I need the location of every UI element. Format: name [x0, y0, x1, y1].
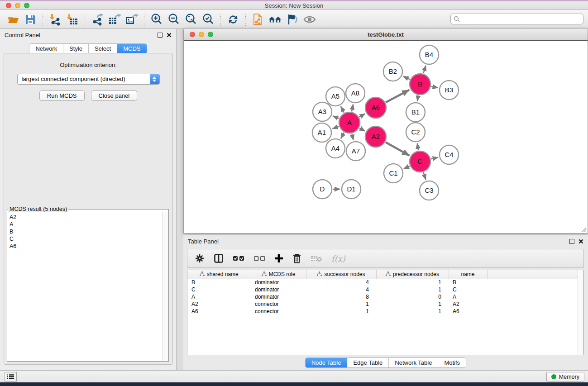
result-scrollbar[interactable] [163, 212, 168, 361]
table-cell[interactable]: 0 [376, 293, 449, 300]
column-header-predecessor-nodes[interactable]: predecessor nodes [376, 270, 449, 279]
save-icon[interactable] [23, 12, 38, 27]
float-table-panel-icon[interactable] [569, 239, 574, 244]
table-cell[interactable]: 4 [306, 279, 376, 286]
gear-icon[interactable] [195, 253, 205, 263]
tab-mcds[interactable]: MCDS [117, 44, 146, 53]
edge-A-A5[interactable] [341, 106, 344, 113]
edge-A-A8[interactable] [352, 105, 353, 112]
table-cell[interactable]: connector [251, 308, 306, 315]
list-item[interactable]: A [7, 221, 163, 228]
table-row[interactable]: Cdominator41C [187, 286, 583, 293]
tab-select[interactable]: Select [89, 44, 117, 53]
edge-C-C1[interactable] [404, 166, 410, 169]
unchecked-boxes-icon[interactable] [253, 255, 265, 262]
float-panel-icon[interactable] [158, 33, 163, 38]
table-row[interactable]: Adominator80A [187, 293, 583, 300]
edge-A-A6[interactable] [359, 114, 365, 117]
table-cell[interactable]: 4 [306, 286, 376, 293]
edge-A-A1[interactable] [333, 126, 339, 129]
edge-A-A4[interactable] [341, 133, 344, 138]
tab-edge-table[interactable]: Edge Table [347, 358, 389, 367]
edge-B-B3[interactable] [431, 86, 438, 88]
list-item[interactable]: A6 [7, 243, 163, 250]
table-cell[interactable]: A2 [449, 300, 487, 308]
table-row[interactable]: A6connector11A6 [187, 308, 583, 315]
column-header-MCDS-role[interactable]: MCDS role [251, 270, 306, 279]
export-network-icon[interactable] [90, 12, 105, 27]
edge-A-A7[interactable] [352, 133, 353, 140]
list-item[interactable]: A2 [7, 214, 163, 221]
list-item[interactable]: B [7, 228, 163, 235]
table-cell[interactable]: A6 [187, 308, 251, 315]
table-cell[interactable]: 1 [306, 300, 376, 308]
trash-icon[interactable] [292, 253, 301, 263]
edge-B-B4[interactable] [423, 66, 425, 73]
table-cell[interactable]: C [449, 286, 487, 293]
table-cell[interactable]: connector [251, 300, 306, 308]
task-list-button[interactable] [5, 372, 17, 381]
column-header-name[interactable]: name [449, 270, 487, 279]
list-item[interactable]: C [7, 235, 163, 243]
memory-button[interactable]: Memory [546, 372, 584, 381]
close-panel-button[interactable]: Close panel [91, 91, 138, 101]
table-cell[interactable]: 1 [376, 308, 449, 315]
edge-A6-B[interactable] [386, 90, 409, 103]
edge-C-C3[interactable] [423, 172, 425, 180]
run-mcds-button[interactable]: Run MCDS [39, 91, 85, 101]
zoom-in-icon[interactable] [149, 12, 164, 27]
table-cell[interactable]: 1 [376, 300, 449, 308]
table-cell[interactable]: 1 [376, 279, 449, 286]
tab-network[interactable]: Network [29, 44, 63, 53]
zoom-selected-icon[interactable] [201, 12, 215, 27]
table-cell[interactable]: A2 [187, 300, 251, 308]
edge-B-B1[interactable] [417, 95, 418, 101]
table-scrollbar[interactable] [578, 270, 583, 355]
tab-node-table[interactable]: Node Table [306, 358, 348, 367]
table-cell[interactable]: A6 [449, 308, 487, 315]
search-input[interactable] [450, 14, 583, 24]
export-image-icon[interactable] [124, 12, 139, 27]
edge-A2-C[interactable] [386, 142, 410, 156]
zoom-fit-icon[interactable] [184, 12, 198, 27]
network-canvas[interactable]: B4B2BB3A8A5A6A3B1AC2A1A2A4A7C4CC1DD1C3 [184, 40, 588, 233]
refresh-icon[interactable] [226, 12, 240, 27]
table-cell[interactable]: A [187, 293, 251, 300]
close-panel-icon[interactable] [167, 33, 172, 38]
open-icon[interactable] [6, 12, 20, 27]
table-cell[interactable]: A [449, 293, 487, 300]
split-columns-icon[interactable] [214, 253, 224, 263]
edge-B-B2[interactable] [403, 76, 410, 80]
edge-A-A3[interactable] [333, 116, 339, 118]
table-cell[interactable]: C [187, 286, 251, 293]
table-cell[interactable]: dominator [251, 293, 306, 300]
tab-network-table[interactable]: Network Table [389, 358, 438, 367]
network-window-titlebar[interactable]: testGlobe.txt [184, 29, 588, 40]
flag-icon[interactable] [285, 12, 300, 27]
checked-boxes-icon[interactable] [233, 255, 244, 262]
tab-motifs[interactable]: Motifs [438, 358, 466, 367]
home-icon[interactable] [268, 12, 282, 27]
table-row[interactable]: Bdominator41B [187, 279, 583, 286]
edge-A-A2[interactable] [359, 128, 365, 131]
duplicate-network-icon[interactable] [251, 12, 265, 27]
table-row[interactable]: A2connector11A2 [187, 300, 583, 308]
column-header-shared-name[interactable]: shared name [187, 270, 251, 279]
plus-icon[interactable] [274, 254, 283, 263]
export-table-icon[interactable] [107, 12, 122, 27]
import-table-icon[interactable] [65, 12, 80, 27]
import-network-icon[interactable] [48, 12, 62, 27]
edge-C-C4[interactable] [431, 157, 438, 159]
eye-icon[interactable] [302, 12, 317, 27]
table-cell[interactable]: B [449, 279, 487, 286]
tab-style[interactable]: Style [63, 44, 89, 53]
criterion-select[interactable]: largest connected component (directed) [17, 74, 160, 85]
table-cell[interactable]: 1 [376, 286, 449, 293]
edge-C-C2[interactable] [417, 143, 418, 151]
column-header-successor-nodes[interactable]: successor nodes [306, 270, 376, 279]
table-cell[interactable]: 8 [306, 293, 376, 300]
close-table-panel-icon[interactable] [578, 239, 583, 244]
table-cell[interactable]: dominator [251, 286, 306, 293]
zoom-out-icon[interactable] [167, 12, 181, 27]
table-cell[interactable]: 1 [306, 308, 376, 315]
